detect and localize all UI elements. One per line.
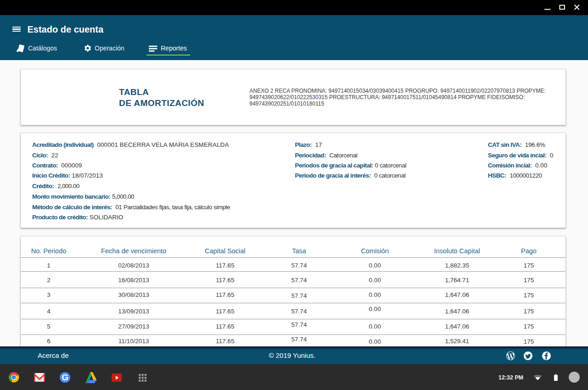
svg-text:G: G bbox=[62, 373, 68, 383]
